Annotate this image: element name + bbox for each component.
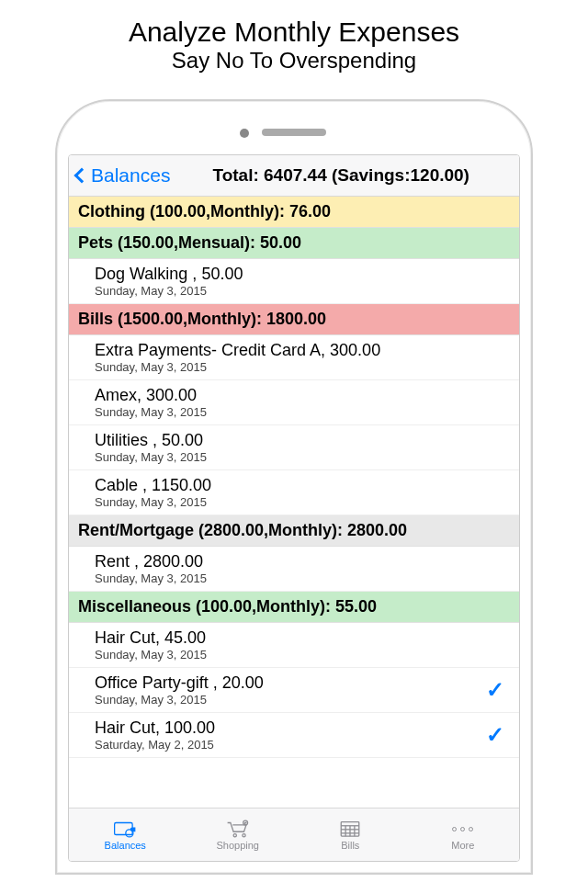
svg-point-3 [243, 834, 245, 837]
category-header[interactable]: Clothing (100.00,Monthly): 76.00 [69, 197, 519, 228]
expense-date: Sunday, May 3, 2015 [95, 693, 486, 707]
phone-hardware-top [68, 112, 520, 154]
wallet-icon [113, 819, 137, 839]
expense-date: Sunday, May 3, 2015 [95, 648, 514, 662]
back-button[interactable]: Balances [76, 164, 170, 187]
svg-point-2 [233, 834, 236, 837]
expense-row[interactable]: Hair Cut, 45.00Sunday, May 3, 2015 [69, 623, 519, 668]
promo-subtitle: Say No To Overspending [0, 48, 588, 74]
expense-row[interactable]: Hair Cut, 100.00Saturday, May 2, 2015✓ [69, 713, 519, 758]
checkmark-icon: ✓ [486, 722, 504, 748]
tab-more[interactable]: More [407, 808, 520, 861]
expense-row[interactable]: Cable , 1150.00Sunday, May 3, 2015 [69, 470, 519, 515]
svg-rect-0 [115, 823, 133, 835]
category-header[interactable]: Pets (150.00,Mensual): 50.00 [69, 228, 519, 259]
expense-list[interactable]: Clothing (100.00,Monthly): 76.00Pets (15… [69, 197, 519, 808]
more-icon [452, 819, 473, 839]
cart-icon [226, 819, 250, 839]
expense-row[interactable]: Utilities , 50.00Sunday, May 3, 2015 [69, 425, 519, 470]
phone-frame: Balances Total: 6407.44 (Savings:120.00)… [55, 99, 533, 875]
expense-date: Sunday, May 3, 2015 [95, 405, 514, 419]
expense-row[interactable]: Extra Payments- Credit Card A, 300.00Sun… [69, 335, 519, 380]
promo-header: Analyze Monthly Expenses Say No To Overs… [0, 0, 588, 83]
expense-date: Sunday, May 3, 2015 [95, 284, 514, 298]
expense-title: Hair Cut, 100.00 [95, 718, 486, 738]
speaker-slot [262, 129, 326, 136]
nav-bar: Balances Total: 6407.44 (Savings:120.00) [69, 155, 519, 197]
expense-title: Utilities , 50.00 [95, 431, 514, 450]
category-header[interactable]: Rent/Mortgage (2800.00,Monthly): 2800.00 [69, 515, 519, 547]
promo-title: Analyze Monthly Expenses [0, 17, 588, 48]
expense-date: Sunday, May 3, 2015 [95, 571, 514, 585]
tab-bills[interactable]: Bills [294, 808, 407, 861]
nav-title: Total: 6407.44 (Savings:120.00) [174, 165, 512, 186]
expense-title: Rent , 2800.00 [95, 552, 514, 571]
expense-date: Sunday, May 3, 2015 [95, 495, 514, 509]
expense-date: Sunday, May 3, 2015 [95, 450, 514, 464]
checkmark-icon: ✓ [486, 677, 504, 703]
expense-title: Amex, 300.00 [95, 386, 514, 405]
tab-label: More [451, 840, 474, 851]
chevron-left-icon [74, 168, 90, 184]
expense-title: Extra Payments- Credit Card A, 300.00 [95, 341, 514, 360]
tab-label: Shopping [217, 840, 260, 851]
phone-screen: Balances Total: 6407.44 (Savings:120.00)… [68, 154, 520, 862]
category-header[interactable]: Miscellaneous (100.00,Monthly): 55.00 [69, 592, 519, 623]
expense-date: Sunday, May 3, 2015 [95, 360, 514, 374]
back-label: Balances [91, 164, 170, 187]
expense-row[interactable]: Dog Walking , 50.00Sunday, May 3, 2015 [69, 259, 519, 304]
expense-title: Cable , 1150.00 [95, 476, 514, 495]
tab-bar: Balances Shopping Bills [69, 808, 519, 861]
calendar-icon [338, 819, 362, 839]
expense-title: Office Party-gift , 20.00 [95, 673, 486, 693]
expense-row[interactable]: Rent , 2800.00Sunday, May 3, 2015 [69, 547, 519, 592]
tab-shopping[interactable]: Shopping [182, 808, 295, 861]
category-header[interactable]: Bills (1500.00,Monthly): 1800.00 [69, 304, 519, 335]
expense-title: Hair Cut, 45.00 [95, 628, 514, 648]
expense-date: Saturday, May 2, 2015 [95, 738, 486, 752]
camera-dot [240, 129, 249, 138]
expense-row[interactable]: Office Party-gift , 20.00Sunday, May 3, … [69, 668, 519, 713]
tab-label: Bills [341, 840, 359, 851]
expense-row[interactable]: Amex, 300.00Sunday, May 3, 2015 [69, 380, 519, 425]
tab-label: Balances [105, 840, 146, 851]
tab-balances[interactable]: Balances [69, 808, 182, 861]
expense-title: Dog Walking , 50.00 [95, 265, 514, 284]
